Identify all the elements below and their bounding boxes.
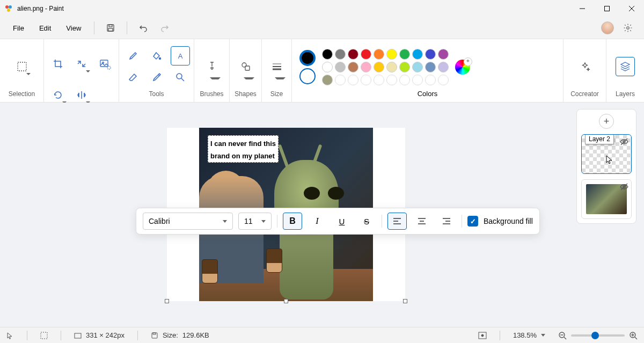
- svg-rect-11: [18, 62, 26, 71]
- color-swatch[interactable]: [425, 49, 436, 60]
- color-swatch[interactable]: [386, 62, 397, 72]
- layers-button[interactable]: [616, 57, 635, 76]
- color1-well[interactable]: [299, 50, 316, 66]
- rotate-tool[interactable]: [48, 85, 68, 105]
- color-swatch-empty[interactable]: [361, 75, 371, 85]
- layer-visibility-icon[interactable]: [619, 182, 629, 192]
- color-swatch[interactable]: [412, 62, 423, 72]
- pencil-tool[interactable]: [123, 46, 143, 65]
- title-bar: alien.png - Paint: [0, 0, 644, 17]
- shapes-dropdown[interactable]: [236, 57, 255, 76]
- menu-edit[interactable]: Edit: [33, 21, 57, 35]
- edit-colors-button[interactable]: [455, 60, 470, 75]
- color-swatch[interactable]: [425, 62, 436, 72]
- app-icon: [4, 4, 13, 13]
- color-swatch[interactable]: [438, 62, 449, 72]
- color-swatch[interactable]: [412, 49, 423, 60]
- strikethrough-button[interactable]: S: [357, 213, 376, 230]
- user-avatar[interactable]: [601, 21, 614, 34]
- color-swatch[interactable]: [348, 62, 358, 72]
- align-left-button[interactable]: [387, 213, 407, 230]
- color-swatch[interactable]: [322, 49, 333, 60]
- color-swatch-empty[interactable]: [348, 75, 358, 85]
- bold-button[interactable]: B: [283, 213, 302, 230]
- color-swatch-empty[interactable]: [399, 75, 410, 85]
- resize-handle[interactable]: [165, 299, 169, 303]
- color2-well[interactable]: [299, 68, 316, 84]
- save-button[interactable]: [101, 18, 120, 38]
- svg-line-46: [635, 337, 637, 339]
- eraser-tool[interactable]: [123, 68, 143, 87]
- svg-point-1: [9, 5, 12, 9]
- align-right-button[interactable]: [437, 213, 456, 230]
- font-family-select[interactable]: Calibri: [143, 213, 233, 230]
- zoom-slider[interactable]: [571, 334, 625, 337]
- minimize-button[interactable]: [570, 0, 595, 17]
- add-layer-button[interactable]: +: [599, 114, 614, 129]
- svg-rect-12: [100, 60, 108, 67]
- svg-rect-39: [153, 333, 156, 334]
- svg-line-43: [564, 337, 566, 339]
- svg-point-10: [627, 27, 630, 30]
- menu-view[interactable]: View: [60, 21, 87, 35]
- zoom-dropdown[interactable]: [541, 334, 545, 337]
- font-size-select[interactable]: 11: [238, 213, 272, 230]
- brushes-dropdown[interactable]: [202, 57, 222, 76]
- color-swatch-empty[interactable]: [386, 75, 397, 85]
- cursor-icon: [606, 155, 613, 165]
- canvas-area[interactable]: Calibri 11 B I U S ✓ Background fill: [0, 103, 644, 327]
- svg-point-0: [5, 5, 9, 9]
- color-swatch[interactable]: [361, 62, 371, 72]
- color-swatch-empty[interactable]: [374, 75, 384, 85]
- color-swatch[interactable]: [399, 62, 410, 72]
- eyedropper-tool[interactable]: [147, 68, 166, 87]
- color-palette: [322, 49, 449, 85]
- layer-item-2[interactable]: Layer 2: [581, 134, 632, 174]
- settings-button[interactable]: [618, 18, 638, 38]
- color-swatch[interactable]: [361, 49, 371, 60]
- undo-button[interactable]: [134, 18, 153, 38]
- color-swatch[interactable]: [335, 62, 346, 72]
- color-swatch-empty[interactable]: [412, 75, 423, 85]
- size-dropdown[interactable]: [267, 57, 287, 76]
- resize-handle[interactable]: [284, 299, 288, 303]
- color-swatch[interactable]: [438, 49, 449, 60]
- redo-button[interactable]: [155, 18, 174, 38]
- color-swatch[interactable]: [386, 49, 397, 60]
- text-tool[interactable]: A: [171, 46, 190, 65]
- color-swatch[interactable]: [399, 49, 410, 60]
- magnifier-tool[interactable]: [171, 68, 190, 87]
- close-button[interactable]: [619, 0, 644, 17]
- color-swatch[interactable]: [348, 49, 358, 60]
- resize-tool[interactable]: [72, 54, 91, 74]
- flip-tool[interactable]: [72, 85, 91, 105]
- zoom-in-button[interactable]: [629, 331, 638, 340]
- color-swatch-empty[interactable]: [335, 75, 346, 85]
- text-input-box[interactable]: I can never find this brand on my planet: [208, 135, 279, 163]
- image-select-tool[interactable]: [96, 45, 115, 83]
- underline-button[interactable]: U: [332, 213, 352, 230]
- italic-button[interactable]: I: [308, 213, 327, 230]
- color-swatch[interactable]: [374, 49, 384, 60]
- zoom-out-button[interactable]: [558, 331, 567, 340]
- menu-file[interactable]: File: [6, 21, 31, 35]
- fit-screen-icon[interactable]: [478, 332, 487, 339]
- color-swatch-empty[interactable]: [425, 75, 436, 85]
- color-swatch[interactable]: [322, 75, 333, 85]
- color-swatch-empty[interactable]: [438, 75, 449, 85]
- align-center-button[interactable]: [412, 213, 431, 230]
- layer-visibility-icon[interactable]: [619, 137, 629, 147]
- color-swatch[interactable]: [335, 49, 346, 60]
- layer-item-1[interactable]: [581, 179, 632, 219]
- resize-handle[interactable]: [403, 299, 407, 303]
- svg-rect-36: [41, 332, 47, 339]
- fill-tool[interactable]: [147, 46, 166, 65]
- maximize-button[interactable]: [595, 0, 619, 17]
- color-swatch[interactable]: [322, 62, 333, 72]
- selection-tool[interactable]: [12, 57, 32, 76]
- background-fill-checkbox[interactable]: ✓: [467, 216, 478, 227]
- crop-tool[interactable]: [48, 54, 68, 74]
- color-swatch[interactable]: [374, 62, 384, 72]
- cocreator-button[interactable]: [575, 57, 595, 76]
- svg-rect-8: [109, 25, 112, 27]
